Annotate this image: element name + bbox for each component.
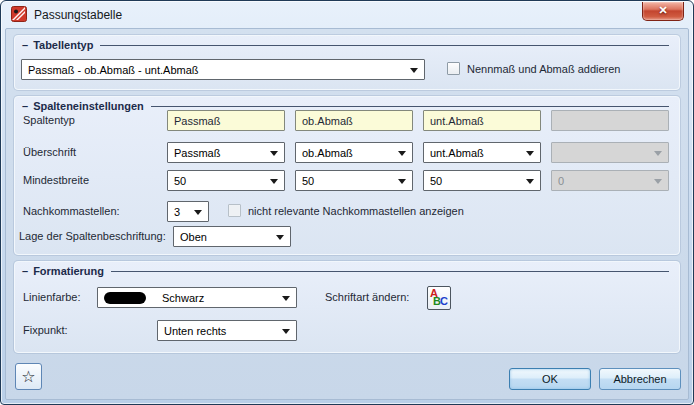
mindestbreite-select-2[interactable]: 50 [295,170,413,191]
spaltentyp-input-3[interactable]: unt.Abmaß [423,110,541,131]
section-formatierung: – Formatierung Linienfarbe: Schwarz Schr… [14,261,680,353]
ueberschrift-select-2[interactable]: ob.Abmaß [295,142,413,163]
nachkommastellen-select[interactable]: 3 [167,201,209,222]
section-tabellentyp: – Tabellentyp Passmaß - ob.Abmaß - unt.A… [14,35,680,90]
nachkommastellen-checkbox-row[interactable]: nicht relevante Nachkommastellen anzeige… [228,204,464,217]
mindestbreite-select-4: 0 [551,170,669,191]
dialog-passungstabelle: Passungstabelle ✕ – Tabellentyp Passmaß … [0,0,694,405]
dialog-body: – Tabellentyp Passmaß - ob.Abmaß - unt.A… [5,28,689,400]
star-icon: ☆ [21,368,35,385]
section-title: Spalteneinstellungen [33,100,144,112]
legend-line [111,271,669,272]
mindestbreite-select-3[interactable]: 50 [423,170,541,191]
collapse-icon[interactable]: – [22,100,28,112]
collapse-icon[interactable]: – [22,39,28,51]
chevron-down-icon [526,151,534,156]
ueberschrift-row: Passmaß ob.Abmaß unt.Abmaß [167,142,669,163]
ok-button[interactable]: OK [509,368,591,390]
window-title: Passungstabelle [34,8,122,22]
schriftart-label: Schriftart ändern: [325,291,409,303]
chevron-down-icon [282,296,290,301]
chevron-down-icon [194,210,202,215]
chevron-down-icon [276,235,284,240]
close-icon: ✕ [658,4,667,16]
section-header-tabellentyp: – Tabellentyp [22,39,669,51]
chevron-down-icon [270,179,278,184]
tabellentyp-select[interactable]: Passmaß - ob.Abmaß - unt.Abmaß [21,59,425,80]
lage-label: Lage der Spaltenbeschriftung: [19,230,166,242]
fixpunkt-select[interactable]: Unten rechts [157,320,297,341]
chevron-down-icon [398,179,406,184]
section-header-formatierung: – Formatierung [22,265,669,277]
fixpunkt-label: Fixpunkt: [23,324,68,336]
mindestbreite-label: Mindestbreite [23,174,89,186]
favorites-button[interactable]: ☆ [15,363,42,390]
schriftart-button[interactable]: A B C [427,286,451,310]
chevron-down-icon [410,68,418,73]
mindestbreite-row: 50 50 50 0 [167,170,669,191]
titlebar[interactable]: Passungstabelle ✕ [1,1,693,28]
legend-line [151,106,669,107]
spaltentyp-row: Passmaß ob.Abmaß unt.Abmaß [167,110,669,131]
ueberschrift-select-4 [551,142,669,163]
section-title: Tabellentyp [33,39,93,51]
chevron-down-icon [526,179,534,184]
addieren-checkbox-row[interactable]: Nennmaß und Abmaß addieren [447,62,620,75]
chevron-down-icon [282,329,290,334]
addieren-checkbox-label: Nennmaß und Abmaß addieren [467,63,620,75]
linienfarbe-value: Schwarz [162,292,204,304]
section-spalteneinstellungen: – Spalteneinstellungen Spaltentyp Passma… [14,96,680,255]
chevron-down-icon [270,151,278,156]
chevron-down-icon [654,151,662,156]
spaltentyp-input-2[interactable]: ob.Abmaß [295,110,413,131]
linienfarbe-select[interactable]: Schwarz [97,287,297,308]
collapse-icon[interactable]: – [22,265,28,277]
lage-select[interactable]: Oben [173,226,291,247]
nachkommastellen-label: Nachkommastellen: [23,205,120,217]
ueberschrift-select-3[interactable]: unt.Abmaß [423,142,541,163]
addieren-checkbox[interactable] [447,62,460,75]
nachkommastellen-checkbox-label: nicht relevante Nachkommastellen anzeige… [248,205,464,217]
chevron-down-icon [654,179,662,184]
spaltentyp-label: Spaltentyp [23,114,75,126]
cancel-button[interactable]: Abbrechen [599,368,681,390]
legend-line [100,45,669,46]
ueberschrift-select-1[interactable]: Passmaß [167,142,285,163]
tabellentyp-value: Passmaß - ob.Abmaß - unt.Abmaß [28,64,199,76]
mindestbreite-select-1[interactable]: 50 [167,170,285,191]
spaltentyp-input-4 [551,110,669,131]
spaltentyp-input-1[interactable]: Passmaß [167,110,285,131]
chevron-down-icon [398,151,406,156]
close-button[interactable]: ✕ [642,2,684,21]
section-title: Formatierung [33,265,104,277]
nachkommastellen-checkbox[interactable] [228,204,241,217]
color-swatch [104,292,146,304]
ueberschrift-label: Überschrift [23,146,76,158]
app-icon [11,6,27,22]
linienfarbe-label: Linienfarbe: [23,291,81,303]
